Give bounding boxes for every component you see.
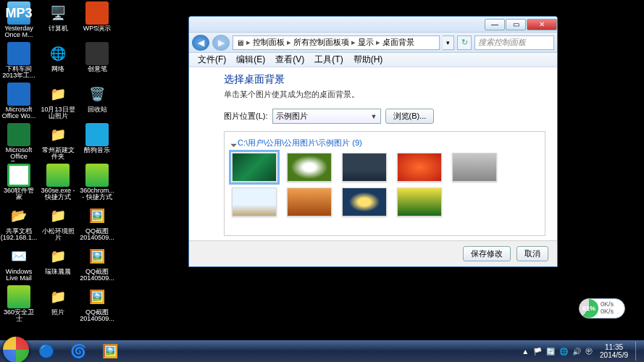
file-icon (7, 204, 30, 227)
tray-flag-icon[interactable]: 🏳️ (533, 348, 542, 355)
wallpaper-gallery: C:\用户\公用\公用图片\示例图片 (9) (224, 131, 545, 236)
start-button[interactable] (3, 337, 29, 362)
desktop-icon[interactable]: QQ截图20140509... (80, 245, 114, 285)
desktop-icon[interactable]: Windows Live Mail (1, 245, 36, 285)
desktop: MP3Yesterday Once M...计算机WPS演示下料车间2013年工… (0, 0, 644, 362)
close-button[interactable]: ✕ (527, 19, 557, 30)
menu-edit[interactable]: 编辑(E) (232, 52, 269, 67)
desktop-icon[interactable]: QQ截图20140509... (80, 285, 114, 325)
icon-label: 360安全卫士 (1, 309, 36, 322)
taskbar: 🔵 🌀 🖼️ ▲ 🏳️ 🔄 🌐 🔊 ㊥ 11:35 2014/5/9 (0, 340, 644, 362)
minimize-button[interactable]: — (485, 19, 505, 30)
taskbar-app-2[interactable]: 🌀 (64, 342, 93, 361)
file-icon (7, 42, 30, 65)
desktop-icon[interactable]: 360软件管家 (1, 164, 36, 203)
file-icon (85, 83, 109, 106)
icon-label: Microsoft Office Wo... (1, 106, 36, 119)
desktop-icon[interactable]: 小松环境照片 (41, 204, 75, 244)
desktop-icon[interactable]: 网络 (41, 42, 75, 82)
menu-view[interactable]: 查看(V) (271, 52, 309, 67)
desktop-icon[interactable]: 共享文档(192.168.1... (1, 204, 36, 244)
desktop-icon[interactable]: 酷狗音乐 (80, 123, 114, 163)
tray-sound-icon[interactable]: 🔊 (572, 348, 581, 355)
desktop-icon[interactable]: 照片 (41, 285, 75, 325)
gallery-path[interactable]: C:\用户\公用\公用图片\示例图片 (9) (232, 138, 538, 148)
breadcrumb[interactable]: 🖥 ▸控制面板 ▸所有控制面板项 ▸显示 ▸桌面背景 (233, 35, 440, 50)
file-icon (7, 123, 30, 146)
wallpaper-thumb-8[interactable] (342, 188, 387, 216)
crumb-control-panel[interactable]: 控制面板 (253, 37, 285, 48)
browse-button[interactable]: 浏览(B)... (385, 109, 435, 124)
icon-label: 360chrom... - 快捷方式 (80, 188, 114, 201)
icon-label: 10月13日登山照片 (41, 106, 75, 119)
tray-ime-icon[interactable]: ㊥ (585, 346, 593, 356)
icon-label: 常州新建文件夹 (41, 147, 75, 160)
maximize-button[interactable]: ▭ (506, 19, 526, 30)
cancel-button[interactable]: 取消 (517, 246, 548, 261)
show-desktop-button[interactable] (635, 342, 641, 361)
tray-up-icon[interactable]: ▲ (522, 348, 529, 355)
battery-speed-widget[interactable]: 61% 0K/s0K/s (579, 298, 625, 319)
desktop-icon[interactable]: 360chrom... - 快捷方式 (80, 164, 114, 203)
net-speed: 0K/s0K/s (598, 301, 624, 316)
crumb-background[interactable]: 桌面背景 (382, 37, 414, 48)
thumbnail-grid (232, 153, 538, 216)
tray-sync-icon[interactable]: 🔄 (546, 348, 555, 355)
file-icon (46, 42, 70, 65)
search-input[interactable]: 搜索控制面板 (474, 35, 554, 50)
titlebar[interactable]: — ▭ ✕ (189, 17, 557, 33)
address-dropdown[interactable]: ▾ (443, 35, 454, 50)
menu-tools[interactable]: 工具(T) (310, 52, 347, 67)
refresh-button[interactable]: ↻ (457, 35, 472, 50)
desktop-icon[interactable]: Microsoft Office Wo... (1, 83, 36, 122)
menu-file[interactable]: 文件(F) (193, 52, 230, 67)
wallpaper-thumb-4[interactable] (397, 153, 442, 182)
pic-location-select[interactable]: 示例图片 ▼ (272, 109, 381, 124)
crumb-all-items[interactable]: 所有控制面板项 (293, 37, 349, 48)
crumb-display[interactable]: 显示 (358, 37, 374, 48)
save-button[interactable]: 保存修改 (463, 246, 511, 261)
wallpaper-thumb-9[interactable] (397, 188, 442, 216)
desktop-icon[interactable]: 回收站 (80, 83, 114, 122)
desktop-icon[interactable]: MP3Yesterday Once M... (1, 1, 36, 41)
file-icon (46, 83, 70, 106)
menu-help[interactable]: 帮助(H) (349, 52, 388, 67)
file-icon (46, 164, 70, 187)
wallpaper-thumb-5[interactable] (452, 153, 497, 182)
wallpaper-thumb-3[interactable] (342, 153, 387, 182)
desktop-icon[interactable]: 下料车间2013年工... (1, 42, 36, 82)
wallpaper-thumb-1[interactable] (232, 153, 277, 182)
dialog-content: 选择桌面背景 单击某个图片使其成为您的桌面背景。 图片位置(L): 示例图片 ▼… (189, 67, 557, 240)
file-icon (7, 164, 30, 187)
icon-label: 瑞珠晨晨 (45, 269, 71, 275)
wallpaper-thumb-2[interactable] (287, 153, 332, 182)
desktop-icon[interactable]: 计算机 (41, 1, 75, 41)
desktop-icon[interactable]: 常州新建文件夹 (41, 123, 75, 163)
wallpaper-thumb-7[interactable] (287, 188, 332, 216)
desktop-icon[interactable]: WPS演示 (80, 1, 114, 41)
wallpaper-thumb-6[interactable] (232, 188, 277, 216)
icon-label: Yesterday Once M... (1, 25, 36, 38)
dialog-footer: 保存修改 取消 (189, 240, 557, 266)
forward-button[interactable]: ▶ (212, 35, 230, 51)
taskbar-app-1[interactable]: 🔵 (32, 342, 61, 361)
icon-label: Microsoft Office Exc... (1, 147, 36, 161)
desktop-icon[interactable]: 10月13日登山照片 (41, 83, 75, 122)
icon-label: 下料车间2013年工... (1, 66, 36, 79)
desktop-icon[interactable]: Microsoft Office Exc... (1, 123, 36, 163)
desktop-icon[interactable]: 360安全卫士 (1, 285, 36, 325)
desktop-icons-grid: MP3Yesterday Once M...计算机WPS演示下料车间2013年工… (0, 0, 116, 325)
file-icon (85, 245, 109, 268)
desktop-icon[interactable]: 创意笔 (80, 42, 114, 82)
desktop-icon[interactable]: 瑞珠晨晨 (41, 245, 75, 285)
tray-net-icon[interactable]: 🌐 (559, 348, 568, 355)
taskbar-app-3[interactable]: 🖼️ (96, 342, 125, 361)
clock[interactable]: 11:35 2014/5/9 (597, 343, 631, 359)
desktop-icon[interactable]: QQ截图20140509... (80, 204, 114, 244)
icon-label: 回收站 (88, 106, 107, 113)
desktop-icon[interactable]: 360se.exe - 快捷方式 (41, 164, 75, 203)
battery-pct: 61% (580, 299, 598, 318)
back-button[interactable]: ◀ (192, 35, 209, 51)
file-icon (7, 285, 30, 308)
file-icon (46, 245, 70, 268)
